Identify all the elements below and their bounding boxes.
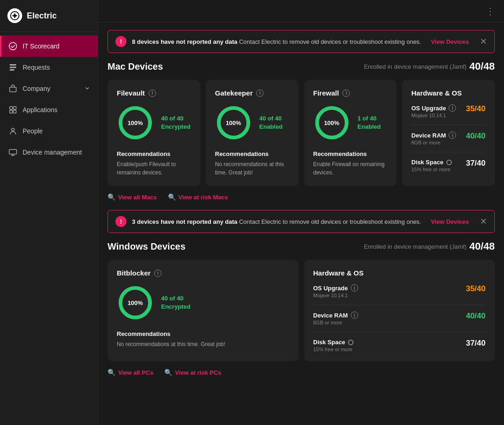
- brand-name: Electric: [27, 11, 57, 21]
- requests-icon: [9, 63, 17, 72]
- more-options-icon[interactable]: ⋮: [486, 6, 495, 17]
- hw-row-sub: 15% free or more: [411, 167, 451, 172]
- windows-alert-warning-icon: !: [115, 216, 126, 227]
- gatekeeper-donut: 100% 40 of 40 Enabled: [215, 104, 289, 141]
- hw-row-name: OS Upgradei: [411, 104, 456, 112]
- sidebar-item-label: IT Scorecard: [23, 42, 60, 50]
- gatekeeper-rec-text: No recommendations at this time. Great j…: [215, 160, 289, 177]
- filevault-info-icon[interactable]: i: [149, 90, 156, 97]
- mac-gatekeeper-card: Gatekeeper i 100% 40 of 40 Enabled: [206, 80, 299, 186]
- hw-info-icon[interactable]: i: [449, 104, 456, 112]
- mac-enrollment-meta: Enrolled in device management (Jamf) 40/…: [364, 60, 495, 72]
- view-all-pcs-link[interactable]: 🔍 View all PCs: [108, 369, 153, 376]
- mac-view-links: 🔍 View all Macs 🔍 View at risk Macs: [108, 193, 495, 201]
- mac-alert-banner: ! 8 devices have not reported any data C…: [108, 30, 495, 53]
- device-icon: [9, 148, 17, 156]
- hw-row-name: Disk Space: [411, 159, 451, 166]
- firewall-rec-text: Enable Firewall on remaining devices.: [313, 160, 388, 177]
- sidebar-item-device-management[interactable]: Device management: [0, 142, 98, 163]
- hw-info-icon[interactable]: i: [351, 284, 358, 292]
- bitblocker-title: Bitblocker i: [117, 269, 289, 277]
- hw-row-sub: 15% free or more: [313, 347, 354, 352]
- hw-row-name: Disk Space: [313, 339, 354, 346]
- sidebar-item-company[interactable]: Company: [0, 78, 98, 99]
- hw-row-count: 40/40: [466, 311, 486, 321]
- hardware-row: Device RAMi8GB or more40/40: [411, 132, 486, 152]
- svg-rect-4: [10, 67, 16, 68]
- mac-section-header: Mac Devices Enrolled in device managemen…: [108, 60, 495, 72]
- gatekeeper-percent: 100%: [226, 120, 241, 126]
- main-content: ⋮ ! 8 devices have not reported any data…: [98, 0, 504, 425]
- sidebar-item-label: Company: [23, 85, 50, 92]
- hardware-row: OS UpgradeiMojave 10.14.135/40: [313, 284, 486, 305]
- svg-point-2: [9, 42, 17, 50]
- hardware-row: Disk Space15% free or more37/40: [313, 339, 486, 352]
- people-icon: [9, 127, 17, 135]
- windows-alert-text: 3 devices have not reported any data Con…: [132, 218, 426, 225]
- windows-hardware-card: Hardware & OS OS UpgradeiMojave 10.14.13…: [304, 260, 495, 361]
- hw-info-icon[interactable]: i: [351, 311, 358, 319]
- svg-rect-7: [10, 107, 12, 109]
- alert-warning-icon: !: [115, 36, 126, 47]
- view-at-risk-macs-link[interactable]: 🔍 View at risk Macs: [168, 193, 228, 201]
- sidebar-item-label: People: [23, 127, 43, 135]
- view-at-risk-pcs-link[interactable]: 🔍 View at risk PCs: [164, 369, 221, 376]
- hw-row-name: OS Upgradei: [313, 284, 358, 292]
- svg-point-11: [12, 128, 14, 131]
- hw-row-count: 37/40: [466, 159, 486, 168]
- firewall-rec-label: Recommendations: [313, 150, 388, 157]
- mac-hardware-card: Hardware & OS OS UpgradeiMojave 10.14.13…: [402, 80, 495, 186]
- filevault-stats: 40 of 40 Encrypted: [161, 114, 191, 131]
- windows-section-title: Windows Devices: [108, 241, 186, 252]
- sidebar-item-applications[interactable]: Applications: [0, 99, 98, 120]
- company-icon: [9, 84, 17, 93]
- windows-hardware-title: Hardware & OS: [313, 269, 486, 277]
- applications-icon: [9, 106, 17, 114]
- windows-view-devices-link[interactable]: View Devices: [431, 218, 469, 225]
- sidebar-item-label: Applications: [23, 106, 58, 114]
- bitblocker-donut: 100% 40 of 40 Encrypted: [117, 284, 289, 321]
- windows-section-header: Windows Devices Enrolled in device manag…: [108, 240, 495, 252]
- mac-enrolled-count: 40/48: [469, 60, 495, 72]
- filevault-donut-chart: 100%: [117, 104, 154, 141]
- firewall-percent: 100%: [324, 120, 339, 126]
- hw-row-count: 35/40: [466, 104, 486, 114]
- mac-filevault-card: Filevault i 100% 40 of 40 Encrypted: [108, 80, 200, 186]
- hardware-row: Disk Space15% free or more37/40: [411, 159, 486, 172]
- hw-info-icon[interactable]: i: [449, 132, 456, 139]
- hw-row-count: 37/40: [466, 339, 486, 348]
- hw-row-name: Device RAMi: [313, 311, 358, 319]
- gatekeeper-info-icon[interactable]: i: [256, 90, 264, 97]
- svg-rect-9: [10, 110, 12, 113]
- disk-indicator-icon: [348, 340, 354, 345]
- sidebar: Electric IT Scorecard Requests: [0, 0, 98, 425]
- sidebar-item-people[interactable]: People: [0, 120, 98, 142]
- hw-row-count: 40/40: [466, 132, 486, 141]
- mac-view-devices-link[interactable]: View Devices: [431, 38, 469, 45]
- filevault-percent: 100%: [127, 120, 143, 126]
- sidebar-item-it-scorecard[interactable]: IT Scorecard: [0, 36, 98, 57]
- disk-indicator-icon: [446, 160, 452, 165]
- bitblocker-stats: 40 of 40 Encrypted: [161, 294, 191, 311]
- sidebar-item-requests[interactable]: Requests: [0, 57, 98, 78]
- firewall-donut: 100% 1 of 40 Enabled: [313, 104, 388, 141]
- windows-cards-grid: Bitblocker i 100% 40 of 40: [108, 260, 495, 361]
- hw-row-count: 35/40: [466, 284, 486, 293]
- chevron-down-icon: [84, 85, 90, 93]
- windows-enrollment-meta: Enrolled in device management (Jamf) 40/…: [364, 240, 495, 252]
- mac-cards-grid: Filevault i 100% 40 of 40 Encrypted: [108, 80, 495, 186]
- hw-row-name: Device RAMi: [411, 132, 456, 139]
- filevault-donut: 100% 40 of 40 Encrypted: [117, 104, 191, 141]
- bitblocker-info-icon[interactable]: i: [154, 269, 162, 277]
- firewall-info-icon[interactable]: i: [342, 90, 350, 97]
- search-icon: 🔍: [108, 369, 115, 376]
- windows-bitblocker-card: Bitblocker i 100% 40 of 40: [108, 260, 299, 361]
- mac-alert-close-icon[interactable]: ✕: [480, 36, 487, 47]
- hw-row-sub: 8GB or more: [313, 320, 358, 325]
- filevault-rec-text: Enable/push Filevault to remainins devic…: [117, 160, 191, 177]
- view-all-macs-link[interactable]: 🔍 View all Macs: [108, 193, 157, 201]
- bitblocker-rec-text: No recommendations at this time. Great j…: [117, 340, 289, 348]
- windows-alert-close-icon[interactable]: ✕: [480, 216, 487, 227]
- firewall-stats: 1 of 40 Enabled: [358, 114, 381, 131]
- search-icon: 🔍: [168, 193, 176, 201]
